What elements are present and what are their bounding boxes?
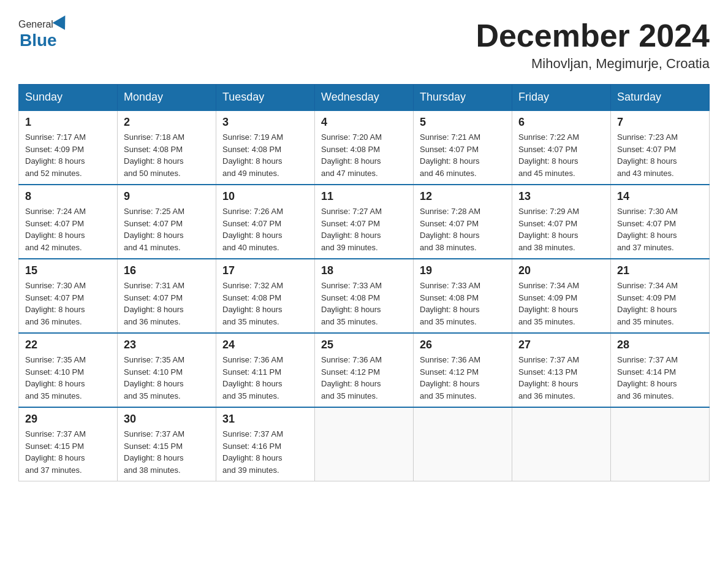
day-info: Sunrise: 7:35 AMSunset: 4:10 PMDaylight:… [124,354,210,402]
day-info: Sunrise: 7:28 AMSunset: 4:07 PMDaylight:… [420,205,506,253]
day-number: 30 [124,413,210,426]
title-section: December 2024 Mihovljan, Megimurje, Croa… [476,18,710,72]
day-info: Sunrise: 7:33 AMSunset: 4:08 PMDaylight:… [321,280,407,327]
day-number: 13 [518,190,604,203]
calendar-cell: 11Sunrise: 7:27 AMSunset: 4:07 PMDayligh… [315,185,414,259]
location-text: Mihovljan, Megimurje, Croatia [476,56,710,72]
calendar-cell: 5Sunrise: 7:21 AMSunset: 4:07 PMDaylight… [414,110,512,185]
day-info: Sunrise: 7:29 AMSunset: 4:07 PMDaylight:… [518,205,604,253]
calendar-cell: 3Sunrise: 7:19 AMSunset: 4:08 PMDaylight… [216,110,315,185]
day-number: 15 [25,264,111,277]
logo-general-text: General [18,19,53,30]
calendar-cell: 27Sunrise: 7:37 AMSunset: 4:13 PMDayligh… [512,333,611,407]
day-info: Sunrise: 7:27 AMSunset: 4:07 PMDaylight:… [321,205,407,253]
day-number: 22 [25,339,111,351]
day-info: Sunrise: 7:25 AMSunset: 4:07 PMDaylight:… [124,205,210,253]
day-info: Sunrise: 7:31 AMSunset: 4:07 PMDaylight:… [124,280,210,327]
day-info: Sunrise: 7:37 AMSunset: 4:15 PMDaylight:… [25,428,111,476]
column-header-thursday: Thursday [414,85,512,111]
calendar-cell: 17Sunrise: 7:32 AMSunset: 4:08 PMDayligh… [216,259,315,333]
day-info: Sunrise: 7:36 AMSunset: 4:12 PMDaylight:… [321,354,407,402]
calendar-cell: 20Sunrise: 7:34 AMSunset: 4:09 PMDayligh… [512,259,611,333]
calendar-cell: 30Sunrise: 7:37 AMSunset: 4:15 PMDayligh… [118,407,216,481]
day-info: Sunrise: 7:36 AMSunset: 4:11 PMDaylight:… [222,354,308,402]
calendar-cell: 7Sunrise: 7:23 AMSunset: 4:07 PMDaylight… [611,110,710,185]
day-info: Sunrise: 7:26 AMSunset: 4:07 PMDaylight:… [222,205,308,253]
calendar-table: SundayMondayTuesdayWednesdayThursdayFrid… [18,84,710,481]
day-info: Sunrise: 7:30 AMSunset: 4:07 PMDaylight:… [25,280,111,327]
day-number: 21 [617,264,703,277]
day-info: Sunrise: 7:22 AMSunset: 4:07 PMDaylight:… [518,131,604,179]
calendar-cell: 23Sunrise: 7:35 AMSunset: 4:10 PMDayligh… [118,333,216,407]
day-number: 2 [124,116,210,129]
day-info: Sunrise: 7:30 AMSunset: 4:07 PMDaylight:… [617,205,703,253]
calendar-cell: 18Sunrise: 7:33 AMSunset: 4:08 PMDayligh… [315,259,414,333]
day-info: Sunrise: 7:32 AMSunset: 4:08 PMDaylight:… [222,280,308,327]
week-row-2: 8Sunrise: 7:24 AMSunset: 4:07 PMDaylight… [19,185,710,259]
day-number: 29 [25,413,111,426]
day-info: Sunrise: 7:37 AMSunset: 4:15 PMDaylight:… [124,428,210,476]
calendar-cell: 4Sunrise: 7:20 AMSunset: 4:08 PMDaylight… [315,110,414,185]
day-number: 12 [420,190,506,203]
week-row-1: 1Sunrise: 7:17 AMSunset: 4:09 PMDaylight… [19,110,710,185]
calendar-header-row: SundayMondayTuesdayWednesdayThursdayFrid… [19,85,710,111]
day-info: Sunrise: 7:17 AMSunset: 4:09 PMDaylight:… [25,131,111,179]
day-number: 18 [321,264,407,277]
day-number: 9 [124,190,210,203]
day-info: Sunrise: 7:33 AMSunset: 4:08 PMDaylight:… [420,280,506,327]
week-row-4: 22Sunrise: 7:35 AMSunset: 4:10 PMDayligh… [19,333,710,407]
logo-blue-text: Blue [20,31,57,50]
day-number: 1 [25,116,111,129]
day-info: Sunrise: 7:23 AMSunset: 4:07 PMDaylight:… [617,131,703,179]
day-info: Sunrise: 7:35 AMSunset: 4:10 PMDaylight:… [25,354,111,402]
calendar-cell: 2Sunrise: 7:18 AMSunset: 4:08 PMDaylight… [118,110,216,185]
week-row-3: 15Sunrise: 7:30 AMSunset: 4:07 PMDayligh… [19,259,710,333]
calendar-cell: 10Sunrise: 7:26 AMSunset: 4:07 PMDayligh… [216,185,315,259]
day-info: Sunrise: 7:21 AMSunset: 4:07 PMDaylight:… [420,131,506,179]
day-info: Sunrise: 7:18 AMSunset: 4:08 PMDaylight:… [124,131,210,179]
calendar-cell [512,407,611,481]
calendar-cell: 6Sunrise: 7:22 AMSunset: 4:07 PMDaylight… [512,110,611,185]
day-number: 6 [518,116,604,129]
day-number: 24 [222,339,308,351]
calendar-cell: 26Sunrise: 7:36 AMSunset: 4:12 PMDayligh… [414,333,512,407]
calendar-cell: 12Sunrise: 7:28 AMSunset: 4:07 PMDayligh… [414,185,512,259]
day-number: 10 [222,190,308,203]
calendar-cell: 14Sunrise: 7:30 AMSunset: 4:07 PMDayligh… [611,185,710,259]
day-number: 25 [321,339,407,351]
month-title: December 2024 [476,18,710,53]
day-number: 19 [420,264,506,277]
day-number: 20 [518,264,604,277]
column-header-sunday: Sunday [19,85,118,111]
day-info: Sunrise: 7:20 AMSunset: 4:08 PMDaylight:… [321,131,407,179]
calendar-cell: 16Sunrise: 7:31 AMSunset: 4:07 PMDayligh… [118,259,216,333]
day-number: 31 [222,413,308,426]
day-number: 8 [25,190,111,203]
calendar-cell: 22Sunrise: 7:35 AMSunset: 4:10 PMDayligh… [19,333,118,407]
calendar-cell [414,407,512,481]
day-number: 4 [321,116,407,129]
calendar-cell: 8Sunrise: 7:24 AMSunset: 4:07 PMDaylight… [19,185,118,259]
day-number: 23 [124,339,210,351]
page-header: General Blue December 2024 Mihovljan, Me… [18,18,710,72]
column-header-friday: Friday [512,85,611,111]
day-info: Sunrise: 7:37 AMSunset: 4:14 PMDaylight:… [617,354,703,402]
calendar-cell: 24Sunrise: 7:36 AMSunset: 4:11 PMDayligh… [216,333,315,407]
day-number: 26 [420,339,506,351]
calendar-cell: 25Sunrise: 7:36 AMSunset: 4:12 PMDayligh… [315,333,414,407]
day-number: 7 [617,116,703,129]
day-number: 5 [420,116,506,129]
day-info: Sunrise: 7:24 AMSunset: 4:07 PMDaylight:… [25,205,111,253]
day-number: 14 [617,190,703,203]
calendar-cell: 21Sunrise: 7:34 AMSunset: 4:09 PMDayligh… [611,259,710,333]
calendar-cell: 19Sunrise: 7:33 AMSunset: 4:08 PMDayligh… [414,259,512,333]
calendar-cell: 29Sunrise: 7:37 AMSunset: 4:15 PMDayligh… [19,407,118,481]
week-row-5: 29Sunrise: 7:37 AMSunset: 4:15 PMDayligh… [19,407,710,481]
calendar-cell: 15Sunrise: 7:30 AMSunset: 4:07 PMDayligh… [19,259,118,333]
day-number: 27 [518,339,604,351]
calendar-cell [315,407,414,481]
day-number: 11 [321,190,407,203]
column-header-monday: Monday [118,85,216,111]
day-info: Sunrise: 7:37 AMSunset: 4:13 PMDaylight:… [518,354,604,402]
day-info: Sunrise: 7:34 AMSunset: 4:09 PMDaylight:… [617,280,703,327]
